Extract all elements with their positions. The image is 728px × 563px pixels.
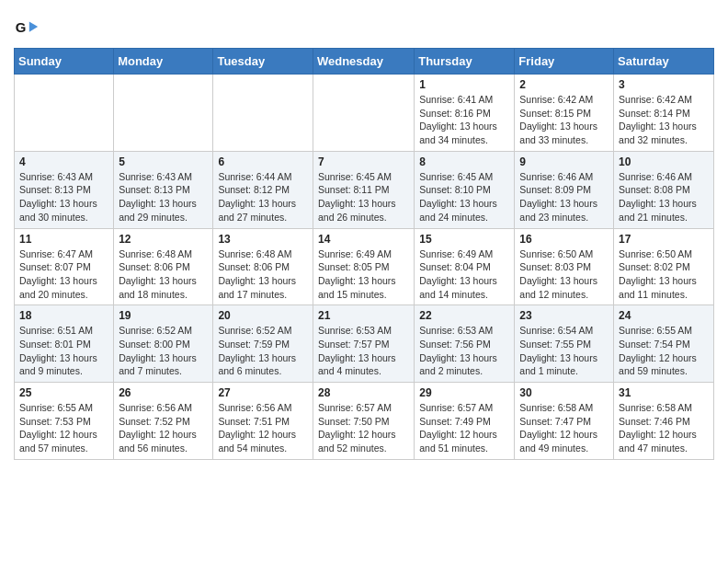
day-number: 5 [119,155,208,168]
calendar-cell: 12Sunrise: 6:48 AM Sunset: 8:06 PM Dayli… [114,228,213,305]
calendar-cell: 17Sunrise: 6:50 AM Sunset: 8:02 PM Dayli… [614,228,714,305]
day-number: 2 [519,78,609,91]
day-header-thursday: Thursday [415,49,515,75]
day-info: Sunrise: 6:42 AM Sunset: 8:14 PM Dayligh… [619,93,709,147]
day-number: 22 [419,309,509,322]
day-info: Sunrise: 6:57 AM Sunset: 7:49 PM Dayligh… [419,401,509,455]
day-number: 20 [218,309,308,322]
day-number: 19 [119,309,208,322]
day-header-wednesday: Wednesday [313,49,414,75]
day-info: Sunrise: 6:51 AM Sunset: 8:01 PM Dayligh… [19,324,108,378]
day-info: Sunrise: 6:53 AM Sunset: 7:56 PM Dayligh… [419,324,509,378]
calendar-cell: 28Sunrise: 6:57 AM Sunset: 7:50 PM Dayli… [313,383,414,460]
logo-icon: G [14,15,40,40]
calendar-cell: 10Sunrise: 6:46 AM Sunset: 8:08 PM Dayli… [614,151,714,228]
day-header-friday: Friday [515,49,614,75]
day-info: Sunrise: 6:44 AM Sunset: 8:12 PM Dayligh… [218,170,308,224]
week-row-1: 1Sunrise: 6:41 AM Sunset: 8:16 PM Daylig… [15,75,714,152]
day-number: 1 [419,78,509,91]
day-header-monday: Monday [114,49,213,75]
day-info: Sunrise: 6:53 AM Sunset: 7:57 PM Dayligh… [318,324,409,378]
logo: G [14,15,43,40]
calendar-cell: 6Sunrise: 6:44 AM Sunset: 8:12 PM Daylig… [213,151,313,228]
day-header-tuesday: Tuesday [213,49,313,75]
day-number: 15 [419,233,509,246]
calendar-cell: 22Sunrise: 6:53 AM Sunset: 7:56 PM Dayli… [415,305,515,383]
day-info: Sunrise: 6:56 AM Sunset: 7:51 PM Dayligh… [218,401,308,455]
day-info: Sunrise: 6:42 AM Sunset: 8:15 PM Dayligh… [519,93,609,147]
calendar-cell: 9Sunrise: 6:46 AM Sunset: 8:09 PM Daylig… [515,151,614,228]
day-number: 26 [119,386,208,399]
day-info: Sunrise: 6:48 AM Sunset: 8:06 PM Dayligh… [119,247,208,302]
calendar-cell: 7Sunrise: 6:45 AM Sunset: 8:11 PM Daylig… [313,151,414,228]
svg-marker-1 [29,21,38,31]
day-info: Sunrise: 6:50 AM Sunset: 8:02 PM Dayligh… [619,247,709,302]
week-row-5: 25Sunrise: 6:55 AM Sunset: 7:53 PM Dayli… [15,383,714,460]
week-row-2: 4Sunrise: 6:43 AM Sunset: 8:13 PM Daylig… [15,151,714,228]
calendar-cell: 3Sunrise: 6:42 AM Sunset: 8:14 PM Daylig… [614,75,714,152]
calendar-header-row: SundayMondayTuesdayWednesdayThursdayFrid… [15,49,714,75]
calendar-cell: 25Sunrise: 6:55 AM Sunset: 7:53 PM Dayli… [15,383,114,460]
day-header-saturday: Saturday [614,49,714,75]
day-number: 4 [19,155,108,168]
calendar-cell: 30Sunrise: 6:58 AM Sunset: 7:47 PM Dayli… [515,383,614,460]
calendar-cell: 20Sunrise: 6:52 AM Sunset: 7:59 PM Dayli… [213,305,313,383]
day-header-sunday: Sunday [15,49,114,75]
calendar-cell: 1Sunrise: 6:41 AM Sunset: 8:16 PM Daylig… [415,75,515,152]
calendar-cell: 29Sunrise: 6:57 AM Sunset: 7:49 PM Dayli… [415,383,515,460]
calendar-cell: 5Sunrise: 6:43 AM Sunset: 8:13 PM Daylig… [114,151,213,228]
calendar-cell: 4Sunrise: 6:43 AM Sunset: 8:13 PM Daylig… [15,151,114,228]
day-number: 16 [519,233,609,246]
calendar-cell: 13Sunrise: 6:48 AM Sunset: 8:06 PM Dayli… [213,228,313,305]
calendar-cell: 2Sunrise: 6:42 AM Sunset: 8:15 PM Daylig… [515,75,614,152]
calendar-cell: 18Sunrise: 6:51 AM Sunset: 8:01 PM Dayli… [15,305,114,383]
calendar-cell: 23Sunrise: 6:54 AM Sunset: 7:55 PM Dayli… [515,305,614,383]
day-info: Sunrise: 6:43 AM Sunset: 8:13 PM Dayligh… [119,170,208,224]
calendar-cell: 14Sunrise: 6:49 AM Sunset: 8:05 PM Dayli… [313,228,414,305]
day-info: Sunrise: 6:54 AM Sunset: 7:55 PM Dayligh… [519,324,609,378]
day-number: 11 [19,233,108,246]
day-info: Sunrise: 6:43 AM Sunset: 8:13 PM Dayligh… [19,170,108,224]
calendar-cell [114,75,213,152]
day-number: 10 [619,155,709,168]
day-number: 25 [19,386,108,399]
day-info: Sunrise: 6:55 AM Sunset: 7:54 PM Dayligh… [619,324,709,378]
calendar-cell: 27Sunrise: 6:56 AM Sunset: 7:51 PM Dayli… [213,383,313,460]
day-info: Sunrise: 6:52 AM Sunset: 8:00 PM Dayligh… [119,324,208,378]
day-number: 17 [619,233,709,246]
day-info: Sunrise: 6:46 AM Sunset: 8:08 PM Dayligh… [619,170,709,224]
calendar-cell: 24Sunrise: 6:55 AM Sunset: 7:54 PM Dayli… [614,305,714,383]
day-number: 24 [619,309,709,322]
page-header: G [14,9,714,40]
day-info: Sunrise: 6:50 AM Sunset: 8:03 PM Dayligh… [519,247,609,302]
calendar-cell [15,75,114,152]
day-info: Sunrise: 6:55 AM Sunset: 7:53 PM Dayligh… [19,401,108,455]
day-number: 18 [19,309,108,322]
day-number: 6 [218,155,308,168]
calendar-cell: 19Sunrise: 6:52 AM Sunset: 8:00 PM Dayli… [114,305,213,383]
day-number: 9 [519,155,609,168]
day-info: Sunrise: 6:45 AM Sunset: 8:10 PM Dayligh… [419,170,509,224]
day-number: 8 [419,155,509,168]
day-info: Sunrise: 6:52 AM Sunset: 7:59 PM Dayligh… [218,324,308,378]
calendar-cell [313,75,414,152]
calendar-cell: 21Sunrise: 6:53 AM Sunset: 7:57 PM Dayli… [313,305,414,383]
calendar-cell: 16Sunrise: 6:50 AM Sunset: 8:03 PM Dayli… [515,228,614,305]
calendar-cell: 15Sunrise: 6:49 AM Sunset: 8:04 PM Dayli… [415,228,515,305]
day-info: Sunrise: 6:57 AM Sunset: 7:50 PM Dayligh… [318,401,409,455]
day-number: 23 [519,309,609,322]
day-info: Sunrise: 6:49 AM Sunset: 8:04 PM Dayligh… [419,247,509,302]
calendar-cell [213,75,313,152]
day-info: Sunrise: 6:56 AM Sunset: 7:52 PM Dayligh… [119,401,208,455]
day-number: 12 [119,233,208,246]
calendar-cell: 8Sunrise: 6:45 AM Sunset: 8:10 PM Daylig… [415,151,515,228]
day-info: Sunrise: 6:49 AM Sunset: 8:05 PM Dayligh… [318,247,409,302]
day-info: Sunrise: 6:45 AM Sunset: 8:11 PM Dayligh… [318,170,409,224]
day-number: 14 [318,233,409,246]
week-row-4: 18Sunrise: 6:51 AM Sunset: 8:01 PM Dayli… [15,305,714,383]
day-info: Sunrise: 6:58 AM Sunset: 7:47 PM Dayligh… [519,401,609,455]
day-info: Sunrise: 6:58 AM Sunset: 7:46 PM Dayligh… [619,401,709,455]
day-info: Sunrise: 6:48 AM Sunset: 8:06 PM Dayligh… [218,247,308,302]
day-number: 28 [318,386,409,399]
day-number: 29 [419,386,509,399]
